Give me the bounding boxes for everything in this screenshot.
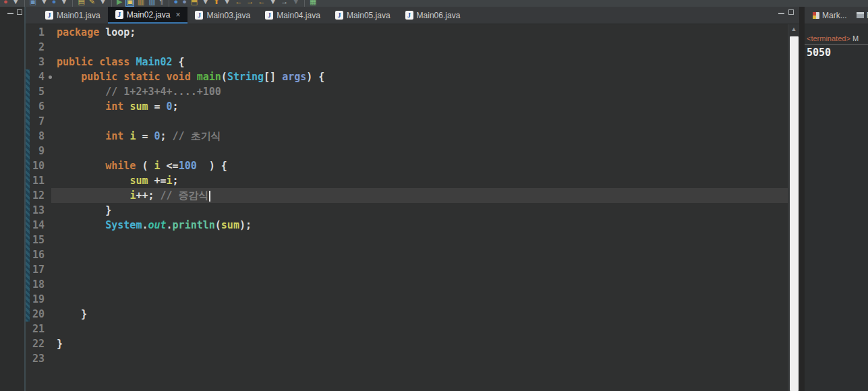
nav-forward-edit-icon[interactable]: →	[281, 0, 288, 6]
nav-back-icon[interactable]: ←	[235, 0, 242, 6]
code-text[interactable]: public static void main(String[] args) {	[53, 69, 324, 84]
code-text[interactable]: System.out.println(sum);	[53, 218, 252, 233]
line-number[interactable]: 7	[26, 114, 47, 129]
code-line[interactable]: 2	[26, 40, 788, 55]
editor-tab-main06-java[interactable]: JMain06.java	[398, 7, 468, 24]
save-icon[interactable]: ▤	[78, 0, 84, 6]
code-text[interactable]	[53, 40, 57, 55]
panel-tab-pro[interactable]: Pro	[852, 7, 868, 24]
line-number[interactable]: 13	[26, 203, 47, 218]
code-area[interactable]: 1package loop;23public class Main02 {4 p…	[26, 25, 788, 366]
code-line[interactable]: 13 }	[26, 203, 788, 218]
editor-tab-main05-java[interactable]: JMain05.java	[328, 7, 398, 24]
code-line[interactable]: 21	[26, 322, 788, 336]
line-number[interactable]: 6	[26, 99, 47, 114]
dropdown-caret[interactable]: ▼	[12, 0, 20, 6]
code-line[interactable]: 19	[26, 292, 788, 307]
line-number[interactable]: 2	[26, 40, 47, 55]
editor-tab-main04-java[interactable]: JMain04.java	[258, 7, 328, 24]
editor-tab-main02-java[interactable]: JMain02.java×	[108, 7, 188, 24]
code-text[interactable]	[53, 292, 57, 307]
dropdown-caret[interactable]: ▼	[202, 0, 209, 6]
import-icon[interactable]: ⬒	[191, 0, 198, 6]
globe-icon[interactable]: ●	[174, 0, 179, 6]
code-text[interactable]: i++; // 증감식	[53, 188, 210, 203]
minimize-icon[interactable]	[7, 13, 13, 15]
dropdown-caret[interactable]: ▼	[223, 0, 231, 6]
dropdown-caret[interactable]: ▼	[269, 0, 277, 6]
scroll-up-icon[interactable]: ▲	[788, 24, 799, 35]
code-editor[interactable]: 1package loop;23public class Main02 {4 p…	[26, 24, 788, 391]
code-text[interactable]: sum +=i;	[53, 173, 179, 188]
line-number[interactable]: 14	[26, 218, 47, 233]
line-number[interactable]: 10	[26, 158, 47, 173]
panel-tab-mark[interactable]: Mark...	[809, 7, 851, 24]
code-text[interactable]: while ( i <=100 ) {	[53, 158, 227, 173]
debug-icon[interactable]: ●	[3, 0, 8, 6]
line-number[interactable]: 20	[26, 307, 47, 322]
code-line[interactable]: 8 int i = 0; // 초기식	[26, 129, 788, 144]
code-line[interactable]: 14 System.out.println(sum);	[26, 218, 788, 233]
code-text[interactable]: // 1+2+3+4+....+100	[53, 84, 221, 99]
promote-icon[interactable]: ⬆	[213, 0, 219, 6]
close-icon[interactable]: ×	[175, 10, 180, 20]
code-line[interactable]: 22}	[26, 336, 788, 351]
minimize-icon[interactable]	[778, 13, 784, 15]
dropdown-caret[interactable]: ▼	[61, 0, 68, 6]
code-line[interactable]: 16	[26, 247, 788, 262]
code-line[interactable]: 4 public static void main(String[] args)…	[26, 69, 788, 84]
code-text[interactable]	[53, 322, 57, 336]
code-text[interactable]	[53, 262, 57, 277]
code-text[interactable]	[53, 247, 57, 262]
code-text[interactable]	[53, 144, 57, 158]
code-line[interactable]: 9	[26, 144, 788, 158]
code-line[interactable]: 6 int sum = 0;	[26, 99, 788, 114]
line-number[interactable]: 19	[26, 292, 47, 307]
line-number[interactable]: 12	[26, 188, 47, 203]
line-number[interactable]: 22	[26, 336, 47, 351]
dropdown-caret[interactable]: ▼	[99, 0, 107, 6]
code-line[interactable]: 23	[26, 351, 788, 366]
code-line[interactable]: 5 // 1+2+3+4+....+100	[26, 84, 788, 99]
code-line[interactable]: 12 i++; // 증감식	[26, 188, 788, 203]
code-text[interactable]: package loop;	[53, 25, 136, 40]
line-number[interactable]: 4	[26, 69, 47, 84]
nav-back-edit-icon[interactable]: ←	[258, 0, 265, 6]
editor-scrollbar[interactable]: ▲	[788, 24, 799, 391]
maximize-icon[interactable]	[17, 9, 22, 15]
code-text[interactable]: public class Main02 {	[53, 55, 185, 69]
line-number[interactable]: 3	[26, 55, 47, 69]
line-number[interactable]: 18	[26, 277, 47, 292]
line-number[interactable]: 17	[26, 262, 47, 277]
code-text[interactable]: }	[53, 336, 63, 351]
file-copy-icon[interactable]: ▥	[148, 0, 155, 6]
code-text[interactable]: int sum = 0;	[53, 99, 179, 114]
paragraph-icon[interactable]: ¶	[160, 0, 164, 6]
line-number[interactable]: 16	[26, 247, 47, 262]
pencil-icon[interactable]: ✎	[89, 0, 95, 6]
console-view[interactable]: <terminated> M 5050	[805, 24, 868, 391]
code-line[interactable]: 10 while ( i <=100 ) {	[26, 158, 788, 173]
scrollbar-thumb[interactable]	[790, 36, 799, 391]
new-wizard-icon[interactable]: ▣	[30, 0, 36, 6]
line-number[interactable]: 1	[26, 25, 47, 40]
code-text[interactable]	[53, 277, 57, 292]
code-line[interactable]: 20 }	[26, 307, 788, 322]
new-file-icon[interactable]: ▦	[310, 0, 316, 6]
line-number[interactable]: 9	[26, 144, 47, 158]
code-line[interactable]: 15	[26, 233, 788, 247]
sash-divider[interactable]	[799, 7, 805, 391]
open-type-icon[interactable]: ▣	[126, 0, 133, 6]
line-number[interactable]: 8	[26, 129, 47, 144]
code-line[interactable]: 3public class Main02 {	[26, 55, 788, 69]
code-text[interactable]	[53, 351, 57, 366]
editor-tab-main03-java[interactable]: JMain03.java	[187, 7, 258, 24]
code-text[interactable]: }	[53, 203, 111, 218]
editor-tab-main01-java[interactable]: JMain01.java	[38, 7, 108, 24]
dropdown-caret-disabled[interactable]: ▼	[292, 0, 299, 6]
code-text[interactable]: }	[53, 307, 87, 322]
file-icon[interactable]: ▥	[138, 0, 144, 6]
line-number[interactable]: 15	[26, 233, 47, 247]
code-text[interactable]	[53, 114, 57, 129]
code-text[interactable]: int i = 0; // 초기식	[53, 129, 221, 144]
